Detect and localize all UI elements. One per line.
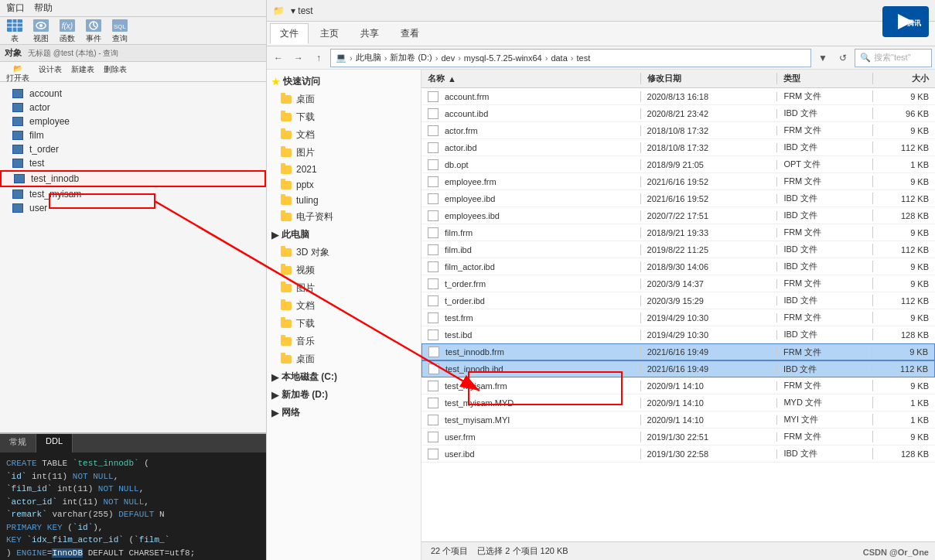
file-row[interactable]: test_myisam.MYI 2020/9/1 14:10 MYI 文件 1 … [421, 411, 935, 429]
toolbar-event[interactable]: 事件 [82, 15, 105, 46]
nav-item-1-1[interactable]: 视频 [267, 261, 421, 279]
file-icon [428, 432, 438, 442]
table-row-icon [12, 131, 23, 140]
path-bar[interactable]: 💻 › 此电脑 › 新加卷 (D:) › dev › mysql-5.7.25-… [330, 49, 811, 67]
nav-label: 无标题 @test (本地) - 查询 [28, 48, 118, 59]
file-row[interactable]: account.frm 2020/8/13 16:18 FRM 文件 9 KB [421, 88, 935, 105]
status-bar: 22 个项目 已选择 2 个项目 120 KB [421, 541, 935, 560]
tree-item-film[interactable]: film [0, 128, 266, 142]
tab-changgui[interactable]: 常规 [0, 434, 36, 452]
file-row[interactable]: film_actor.ibd 2018/9/30 14:06 IBD 文件 9 … [421, 258, 935, 275]
file-date-cell: 2021/6/16 19:49 [641, 347, 777, 357]
tree-item-employee[interactable]: employee [0, 114, 266, 128]
tab-file[interactable]: 文件 [270, 23, 309, 44]
nav-item-0-2[interactable]: 文档 [267, 126, 421, 144]
path-3[interactable]: dev [441, 53, 455, 63]
back-btn[interactable]: ← [270, 50, 287, 67]
file-icon [428, 125, 438, 136]
file-name-cell: employees.ibd [421, 210, 641, 221]
header-size[interactable]: 大小 [873, 73, 935, 84]
path-2[interactable]: 新加卷 (D:) [390, 52, 432, 63]
file-row[interactable]: test.ibd 2019/4/29 10:30 IBD 文件 128 KB [421, 326, 935, 343]
item-count: 22 个项目 [431, 545, 468, 557]
file-row[interactable]: test_innodb.ibd 2021/6/16 19:49 IBD 文件 1… [421, 360, 935, 377]
nav-item-1-4[interactable]: 下载 [267, 315, 421, 333]
path-6[interactable]: test [576, 53, 590, 63]
tab-view[interactable]: 查看 [391, 23, 429, 44]
nav-item-0-1[interactable]: 下载 [267, 108, 421, 126]
tree-item-account[interactable]: account [0, 87, 266, 101]
file-row[interactable]: account.ibd 2020/8/21 23:42 IBD 文件 96 KB [421, 105, 935, 122]
nav-item-1-3[interactable]: 文档 [267, 297, 421, 315]
tree-item-user[interactable]: user [0, 201, 266, 215]
toolbar-function[interactable]: f(x) 函数 [56, 15, 79, 46]
file-icon [428, 330, 438, 340]
dropdown-btn[interactable]: ▼ [814, 50, 831, 67]
file-row[interactable]: t_order.ibd 2020/3/9 15:29 IBD 文件 112 KB [421, 292, 935, 309]
nav-group-2[interactable]: ▶ 本地磁盘 (C:) [267, 368, 421, 386]
file-row[interactable]: test_myisam.frm 2020/9/1 14:10 FRM 文件 9 … [421, 377, 935, 394]
menu-help[interactable]: 帮助 [34, 2, 53, 15]
file-row[interactable]: test_innodb.frm 2021/6/16 19:49 FRM 文件 9… [421, 343, 935, 360]
path-5[interactable]: data [551, 53, 567, 63]
path-1[interactable]: 此电脑 [356, 52, 381, 63]
file-row[interactable]: film.frm 2018/9/21 19:33 FRM 文件 9 KB [421, 224, 935, 241]
toolbar-view-label: 视图 [33, 33, 49, 44]
nav-item-0-3[interactable]: 图片 [267, 144, 421, 162]
file-row[interactable]: employee.frm 2021/6/16 19:52 FRM 文件 9 KB [421, 173, 935, 190]
file-row[interactable]: actor.frm 2018/10/8 17:32 FRM 文件 9 KB [421, 122, 935, 139]
nav-item-0-6[interactable]: tuling [267, 193, 421, 208]
refresh-btn[interactable]: ↺ [834, 50, 851, 67]
file-row[interactable]: test.frm 2019/4/29 10:30 FRM 文件 9 KB [421, 309, 935, 326]
file-row[interactable]: actor.ibd 2018/10/8 17:32 IBD 文件 112 KB [421, 139, 935, 156]
new-table-btn[interactable]: 新建表 [68, 64, 97, 80]
file-date-cell: 2020/8/13 16:18 [641, 92, 778, 101]
design-table-btn[interactable]: 设计表 [36, 64, 65, 80]
header-name[interactable]: 名称 ▲ [421, 73, 641, 84]
tree-item-actor[interactable]: actor [0, 101, 266, 114]
nav-item-1-6[interactable]: 桌面 [267, 350, 421, 368]
tree-item-test_myisam[interactable]: test_myisam [0, 187, 266, 201]
toolbar-view[interactable]: 视图 [29, 15, 53, 46]
file-row[interactable]: film.ibd 2019/8/22 11:25 IBD 文件 112 KB [421, 241, 935, 258]
header-type[interactable]: 类型 [777, 73, 873, 84]
nav-item-1-0[interactable]: 3D 对象 [267, 244, 421, 261]
nav-item-1-5[interactable]: 音乐 [267, 333, 421, 350]
up-btn[interactable]: ↑ [310, 50, 327, 67]
tree-item-test_innodb[interactable]: test_innodb [0, 170, 266, 187]
tab-share[interactable]: 共享 [350, 23, 389, 44]
file-row[interactable]: employee.ibd 2021/6/16 19:52 IBD 文件 112 … [421, 190, 935, 207]
nav-item-0-4[interactable]: 2021 [267, 162, 421, 177]
delete-table-btn[interactable]: 删除表 [101, 64, 130, 80]
tree-item-test[interactable]: test [0, 156, 266, 170]
toolbar-table[interactable]: 表 [3, 15, 26, 46]
file-row[interactable]: user.ibd 2019/1/30 22:58 IBD 文件 128 KB [421, 446, 935, 463]
ddl-tabs: 常规 DDL [0, 434, 266, 452]
nav-item-0-0[interactable]: 桌面 [267, 90, 421, 108]
nav-group-0[interactable]: ★ 快速访问 [267, 73, 421, 90]
toolbar-query[interactable]: SQL 查询 [108, 15, 131, 46]
nav-item-0-5[interactable]: pptx [267, 177, 421, 193]
nav-item-1-2[interactable]: 图片 [267, 279, 421, 297]
nav-group-4[interactable]: ▶ 网络 [267, 404, 421, 422]
file-icon [428, 91, 438, 102]
left-nav: ★ 快速访问 桌面 下载 文档 图片 [267, 70, 421, 560]
file-row[interactable]: employees.ibd 2020/7/22 17:51 IBD 文件 128… [421, 207, 935, 224]
menu-window[interactable]: 窗口 [6, 2, 25, 15]
file-row[interactable]: t_order.frm 2020/3/9 14:37 FRM 文件 9 KB [421, 275, 935, 292]
forward-btn[interactable]: → [290, 50, 307, 67]
folder-icon [281, 248, 292, 257]
tree-item-t_order[interactable]: t_order [0, 142, 266, 156]
nav-group-3[interactable]: ▶ 新加卷 (D:) [267, 386, 421, 404]
nav-group-1[interactable]: ▶ 此电脑 [267, 226, 421, 244]
file-row[interactable]: db.opt 2018/9/9 21:05 OPT 文件 1 KB [421, 156, 935, 173]
open-table-btn[interactable]: 📂 打开表 [3, 64, 32, 80]
path-4[interactable]: mysql-5.7.25-winx64 [464, 53, 542, 63]
header-date[interactable]: 修改日期 [641, 73, 778, 84]
tab-ddl[interactable]: DDL [36, 434, 73, 452]
file-row[interactable]: user.frm 2019/1/30 22:51 FRM 文件 9 KB [421, 429, 935, 446]
tab-home[interactable]: 主页 [310, 23, 349, 44]
file-row[interactable]: test_myisam.MYD 2020/9/1 14:10 MYD 文件 1 … [421, 394, 935, 411]
nav-item-0-7[interactable]: 电子资料 [267, 208, 421, 226]
search-box[interactable]: 🔍 搜索"test" [855, 49, 932, 67]
